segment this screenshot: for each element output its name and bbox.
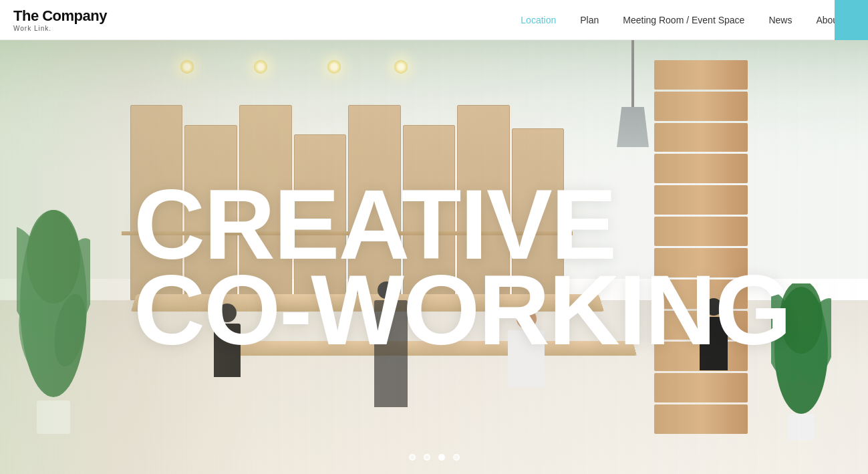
- nav-item-news[interactable]: News: [768, 15, 792, 25]
- header: The Company Work Link. Location Plan Mee…: [0, 0, 868, 40]
- cta-button[interactable]: [835, 0, 868, 40]
- main-nav: Location Plan Meeting Room / Event Space…: [521, 15, 855, 25]
- room-overlay: [0, 40, 868, 474]
- slider-dot-4[interactable]: [453, 454, 460, 461]
- nav-item-meeting-room[interactable]: Meeting Room / Event Space: [623, 15, 744, 25]
- slider-dot-3[interactable]: [438, 454, 445, 461]
- slider-dot-2[interactable]: [424, 454, 430, 461]
- nav-item-plan[interactable]: Plan: [580, 15, 599, 25]
- logo[interactable]: The Company Work Link.: [13, 7, 107, 32]
- hero-section: CREATIVE CO-WORKING: [0, 40, 868, 474]
- slider-dots: [409, 454, 460, 461]
- brand-tagline: Work Link.: [13, 25, 107, 32]
- slider-dot-1[interactable]: [409, 454, 416, 461]
- nav-item-location[interactable]: Location: [521, 15, 556, 25]
- brand-name: The Company: [13, 7, 107, 25]
